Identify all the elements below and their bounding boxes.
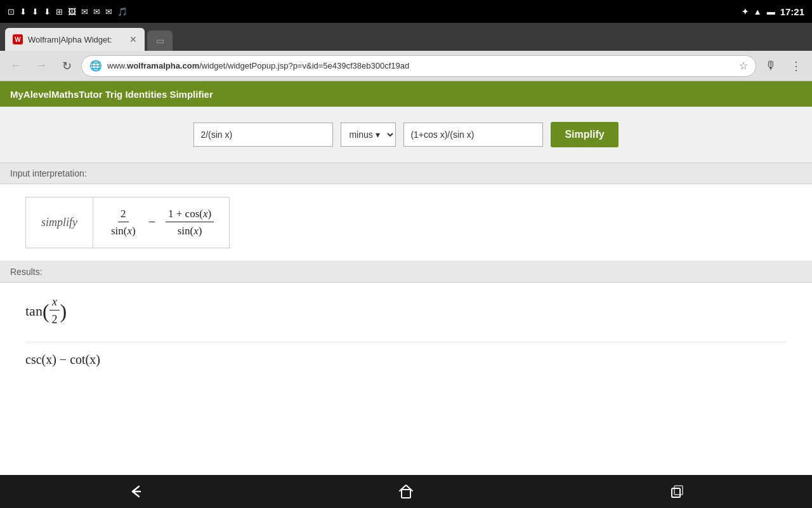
forward-icon: → [36,59,47,72]
results-section: tan ( x 2 ) csc(x) − cot(x) [0,283,812,380]
frac-1: 2 sin(x) [108,208,138,237]
nav-bar: ← → ↻ 🌐 www.wolframalpha.com/widget/widg… [0,51,812,81]
frac-2: 1 + cos(x) sin(x) [166,208,214,237]
svg-rect-2 [674,486,683,495]
back-icon: ← [10,59,22,72]
globe-icon: 🌐 [89,60,102,72]
sys-icon-7: ✉ [81,7,88,17]
page-content: MyAlevelMathsTutor Trig Identities Simpl… [0,81,812,475]
wifi-icon: ▲ [754,7,762,17]
sys-icon-2: ⬇ [20,7,27,17]
result-divider [25,342,787,342]
clock: 17:21 [780,6,804,17]
status-icons-left: ⊡ ⬇ ⬇ ⬇ ⊞ 🖼 ✉ ✉ ✉ 🎵 [8,7,128,17]
results-area: Input interpretation: simplify 2 sin(x) … [0,163,812,475]
results-label: Results: [10,267,43,277]
url-bar[interactable]: 🌐 www.wolframalpha.com/widget/widgetPopu… [81,55,756,77]
android-recents-button[interactable] [658,479,696,504]
minus-sign: − [148,215,155,231]
operator-select[interactable]: minus ▾ plus times [341,123,396,147]
back-button[interactable]: ← [5,55,27,77]
input-interpretation-label: Input interpretation: [10,168,87,178]
sys-icon-5: ⊞ [56,7,63,17]
forward-button[interactable]: → [30,55,52,77]
sys-icon-4: ⬇ [44,7,51,17]
sys-icon-3: ⬇ [32,7,39,17]
sys-icon-1: ⊡ [8,7,15,17]
android-back-button[interactable] [116,479,154,504]
url-text: www.wolframalpha.com/widget/widgetPopup.… [107,61,734,70]
tan-expression: tan ( x 2 ) [25,295,67,326]
expression-input-1[interactable] [193,123,333,147]
home-icon [397,483,415,500]
reload-icon: ↻ [62,59,72,73]
interpretation-box: simplify 2 sin(x) − 1 + cos(x) sin(x) [0,184,812,262]
new-tab-button[interactable]: ▭ [147,30,173,51]
input-interpretation-header: Input interpretation: [0,163,812,184]
sys-icon-8: ✉ [93,7,100,17]
expression-input-2[interactable] [403,123,543,147]
simplify-button[interactable]: Simplify [551,122,618,147]
mic-icon: 🎙 [765,59,776,72]
status-bar: ⊡ ⬇ ⬇ ⬇ ⊞ 🖼 ✉ ✉ ✉ 🎵 ✦ ▲ ▬ 17:21 [0,0,812,23]
android-nav-bar [0,475,812,508]
result-secondary: csc(x) − cot(x) [25,352,787,367]
widget-area: minus ▾ plus times Simplify [0,107,812,163]
browser-chrome: W Wolfram|Alpha Widget: ✕ ▭ ← → ↻ 🌐 www.… [0,23,812,475]
android-home-button[interactable] [387,479,425,504]
sys-icon-9: ✉ [105,7,112,17]
mic-button[interactable]: 🎙 [760,55,782,77]
sys-icon-10: 🎵 [117,7,128,17]
status-icons-right: ✦ ▲ ▬ 17:21 [742,6,804,17]
active-tab[interactable]: W Wolfram|Alpha Widget: ✕ [5,28,145,51]
svg-rect-1 [672,488,680,497]
bluetooth-icon: ✦ [742,7,749,17]
tab-bar: W Wolfram|Alpha Widget: ✕ ▭ [0,23,812,51]
wolfram-header: MyAlevelMathsTutor Trig Identities Simpl… [0,81,812,107]
reload-button[interactable]: ↻ [56,55,77,77]
back-arrow-icon [126,483,144,500]
svg-rect-0 [402,490,410,498]
page-title: MyAlevelMathsTutor Trig Identities Simpl… [10,89,213,100]
tab-favicon: W [13,34,23,44]
recents-icon [668,483,686,500]
bookmark-icon[interactable]: ☆ [739,60,748,72]
result-primary: tan ( x 2 ) [25,295,787,326]
tab-close-button[interactable]: ✕ [129,34,137,44]
interp-formula: 2 sin(x) − 1 + cos(x) sin(x) [93,197,229,248]
battery-icon: ▬ [767,7,775,17]
menu-icon: ⋮ [790,59,802,73]
interp-simplify-label: simplify [26,197,93,248]
interp-table: simplify 2 sin(x) − 1 + cos(x) sin(x) [25,197,230,248]
menu-button[interactable]: ⋮ [785,55,807,77]
results-header: Results: [0,262,812,283]
sys-icon-6: 🖼 [68,7,76,17]
tab-title: Wolfram|Alpha Widget: [28,35,124,44]
